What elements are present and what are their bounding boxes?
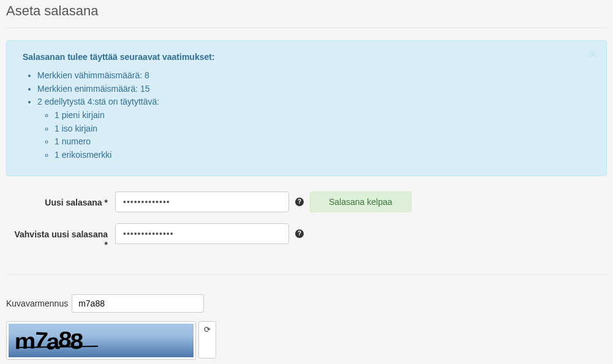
list-item-label: 2 edellytystä 4:stä on täytyttävä: [37,97,159,106]
confirm-password-label: Vahvista uusi salasana * [9,223,115,250]
new-password-label: Uusi salasana * [9,191,115,208]
requirements-sublist: 1 pieni kirjain 1 iso kirjain 1 numero 1… [37,109,583,162]
password-form: Uusi salasana * ? Salasana kelpaa Vahvis… [6,191,607,275]
confirm-label-required: * [105,240,108,250]
captcha-refresh-frame: ⟳ [198,321,216,358]
refresh-icon[interactable]: ⟳ [204,324,211,333]
list-item: 1 iso kirjain [55,122,583,136]
help-icon[interactable]: ? [295,198,304,206]
list-item: 2 edellytystä 4:stä on täytyttävä: 1 pie… [37,95,583,162]
list-item: 1 pieni kirjain [55,109,583,122]
help-icon[interactable]: ? [295,229,304,238]
requirements-list: Merkkien vähimmäismäärä: 8 Merkkien enim… [23,69,583,162]
list-item: Merkkien vähimmäismäärä: 8 [37,69,583,83]
list-item: 1 numero [55,135,583,149]
confirm-password-input[interactable] [115,223,289,244]
status-badge: Salasana kelpaa [310,191,412,212]
captcha-label: Kuvavarmennus [6,299,68,308]
new-password-input[interactable] [115,191,289,212]
page-title: Aseta salasana [6,3,607,28]
captcha-image-frame: m7a88 [6,321,196,360]
captcha-image-text: m7a88 [14,328,83,354]
confirm-password-row: Vahvista uusi salasana * ? [9,223,604,250]
captcha-section: Kuvavarmennus m7a88 ⟳ [6,294,607,364]
requirements-alert: × Salasanan tulee täyttää seuraavat vaat… [6,40,607,176]
confirm-label-text: Vahvista uusi salasana [14,229,108,239]
list-item: Merkkien enimmäismäärä: 15 [37,83,583,96]
captcha-image: m7a88 [9,324,194,357]
alert-title: Salasanan tulee täyttää seuraavat vaatim… [23,52,583,62]
close-icon[interactable]: × [589,48,596,61]
captcha-input[interactable] [72,294,204,313]
new-password-row: Uusi salasana * ? Salasana kelpaa [9,191,604,212]
list-item: 1 erikoismerkki [55,149,583,162]
